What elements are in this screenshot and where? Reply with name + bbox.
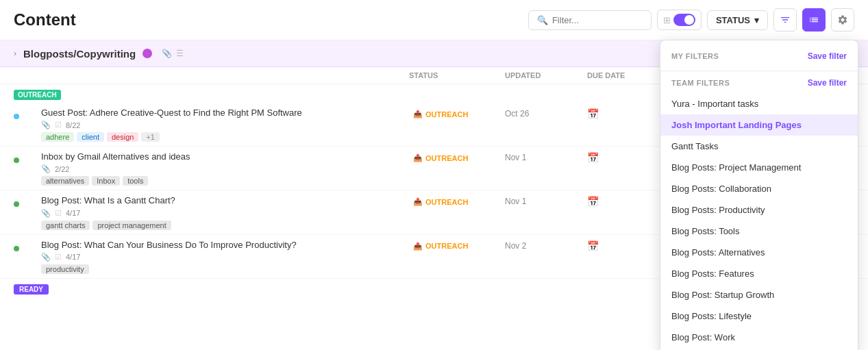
status-cell: 📤 OUTREACH bbox=[409, 195, 505, 208]
updated-cell: Nov 2 bbox=[505, 239, 587, 251]
filter-icon bbox=[780, 14, 791, 25]
settings-button[interactable] bbox=[831, 8, 854, 32]
tag: gantt charts bbox=[41, 221, 90, 230]
task-tags: adhere client design +1 bbox=[41, 132, 402, 142]
task-counter: 4/17 bbox=[66, 209, 80, 217]
updated-cell: Oct 26 bbox=[505, 107, 587, 118]
col-checkbox bbox=[14, 71, 41, 79]
checklist-icon: ☑ bbox=[55, 209, 62, 218]
list-icon bbox=[808, 14, 819, 25]
subheader-icons: 📎 ☰ bbox=[162, 49, 184, 58]
list-view-button[interactable] bbox=[802, 8, 826, 32]
save-team-filter-link[interactable]: Save filter bbox=[808, 78, 847, 88]
filter-dropdown-item[interactable]: Gantt Tasks bbox=[660, 136, 858, 157]
header-controls: 🔍 ⊞ STATUS ▾ bbox=[528, 8, 854, 32]
status-arrow-icon: 📤 bbox=[413, 153, 423, 162]
filter-dropdown-item[interactable]: Blog Posts: Alternatives bbox=[660, 242, 858, 263]
task-indicator bbox=[14, 239, 41, 251]
toggle-thumb bbox=[684, 15, 694, 25]
gear-icon bbox=[837, 14, 848, 25]
view-toggle[interactable] bbox=[673, 14, 695, 26]
task-meta: 📎 ☑ 4/17 bbox=[41, 253, 402, 262]
search-icon: 🔍 bbox=[537, 15, 548, 25]
task-counter: 8/22 bbox=[66, 121, 80, 129]
page-title: Content bbox=[14, 10, 76, 29]
status-cell: 📤 OUTREACH bbox=[409, 107, 505, 120]
filter-dropdown-item[interactable]: Blog Post: Work bbox=[660, 327, 858, 348]
task-title: Guest Post: Adhere Creative-Quest to Fin… bbox=[41, 107, 402, 119]
task-counter: 2/22 bbox=[55, 165, 69, 173]
page-wrapper: Content 🔍 ⊞ STATUS ▾ bbox=[0, 0, 868, 350]
task-meta: 📎 2/22 bbox=[41, 164, 402, 173]
tag: tools bbox=[123, 176, 148, 186]
filter-dropdown-item[interactable]: Blog Posts: Project Management bbox=[660, 157, 858, 178]
toggle-container: ⊞ bbox=[657, 10, 702, 30]
updated-cell: Nov 1 bbox=[505, 195, 587, 206]
task-tags: gantt charts project management bbox=[41, 221, 402, 230]
task-counter: 4/17 bbox=[66, 253, 80, 261]
filter-dropdown-item[interactable]: Blog Posts: Collaboration bbox=[660, 178, 858, 199]
outreach-badge: OUTREACH bbox=[14, 90, 61, 100]
chevron-down-icon: ▾ bbox=[754, 15, 759, 25]
filter-icon-button[interactable] bbox=[773, 8, 797, 32]
paperclip-icon: 📎 bbox=[41, 253, 51, 262]
task-dot bbox=[14, 114, 19, 119]
my-filters-section-header: MY FILTERS Save filter bbox=[660, 49, 858, 66]
team-filters-label: TEAM FILTERS bbox=[671, 79, 730, 87]
filter-dropdown-item[interactable]: Blog Posts: Tools bbox=[660, 221, 858, 242]
task-content: Blog Post: What Is a Gantt Chart? 📎 ☑ 4/… bbox=[41, 195, 409, 229]
list-detail-icon: ☰ bbox=[176, 49, 184, 58]
section-title: Blogposts/Copywriting bbox=[23, 48, 136, 60]
filter-items-list: Yura - Important tasksJosh Important Lan… bbox=[660, 93, 858, 348]
task-content: Blog Post: What Can Your Business Do To … bbox=[41, 239, 409, 274]
checklist-icon: ☑ bbox=[55, 253, 62, 262]
status-tag: 📤 OUTREACH bbox=[409, 152, 472, 164]
task-meta: 📎 ☑ 8/22 bbox=[41, 121, 402, 129]
task-indicator bbox=[14, 195, 41, 207]
filter-dropdown-item[interactable]: Blog Posts: Lifestyle bbox=[660, 305, 858, 327]
status-label: STATUS bbox=[716, 15, 750, 25]
status-arrow-icon: 📤 bbox=[413, 197, 423, 206]
status-cell: 📤 OUTREACH bbox=[409, 239, 505, 252]
filter-container[interactable]: 🔍 bbox=[528, 10, 652, 30]
task-meta: 📎 ☑ 4/17 bbox=[41, 209, 402, 218]
tag: adhere bbox=[41, 132, 74, 142]
status-arrow-icon: 📤 bbox=[413, 110, 423, 118]
tag: +1 bbox=[141, 132, 160, 142]
status-text: OUTREACH bbox=[425, 242, 468, 250]
tag: client bbox=[77, 132, 104, 142]
tag: productivity bbox=[41, 264, 89, 274]
divider bbox=[660, 71, 858, 71]
filter-dropdown-item[interactable]: Yura - Important tasks bbox=[660, 93, 858, 114]
my-filters-label: MY FILTERS bbox=[671, 52, 719, 60]
filter-dropdown-item[interactable]: Blog Posts: Features bbox=[660, 263, 858, 284]
task-content: Inbox by Gmail Alternatives and ideas 📎 … bbox=[41, 151, 409, 186]
status-text: OUTREACH bbox=[425, 198, 468, 206]
status-tag: 📤 OUTREACH bbox=[409, 196, 472, 208]
tag: design bbox=[107, 132, 138, 142]
filter-dropdown-item[interactable]: Josh Important Landing Pages bbox=[660, 114, 858, 136]
paperclip-icon: 📎 bbox=[41, 121, 51, 129]
filter-dropdown: MY FILTERS Save filter TEAM FILTERS Save… bbox=[660, 40, 858, 350]
task-title: Blog Post: What Is a Gantt Chart? bbox=[41, 195, 402, 207]
status-button[interactable]: STATUS ▾ bbox=[707, 10, 768, 30]
status-text: OUTREACH bbox=[425, 154, 468, 162]
task-tags: productivity bbox=[41, 264, 402, 274]
expand-chevron[interactable]: › bbox=[14, 49, 16, 58]
filter-dropdown-item[interactable]: Blog Posts: Productivity bbox=[660, 199, 858, 221]
task-content: Guest Post: Adhere Creative-Quest to Fin… bbox=[41, 107, 409, 142]
task-title: Inbox by Gmail Alternatives and ideas bbox=[41, 151, 402, 163]
filter-dropdown-item[interactable]: Blog Post: Startup Growth bbox=[660, 284, 858, 305]
status-text: OUTREACH bbox=[425, 110, 468, 118]
paperclip-icon: 📎 bbox=[41, 164, 51, 173]
task-title: Blog Post: What Can Your Business Do To … bbox=[41, 239, 402, 251]
paperclip-icon: 📎 bbox=[162, 49, 172, 58]
filter-input[interactable] bbox=[552, 15, 643, 25]
paperclip-icon: 📎 bbox=[41, 209, 51, 218]
tag: alternatives bbox=[41, 176, 89, 186]
team-filters-section-header: TEAM FILTERS Save filter bbox=[660, 75, 858, 93]
task-indicator bbox=[14, 107, 41, 119]
task-indicator bbox=[14, 151, 41, 163]
save-my-filter-link[interactable]: Save filter bbox=[808, 51, 847, 61]
col-updated: UPDATED bbox=[505, 71, 587, 79]
